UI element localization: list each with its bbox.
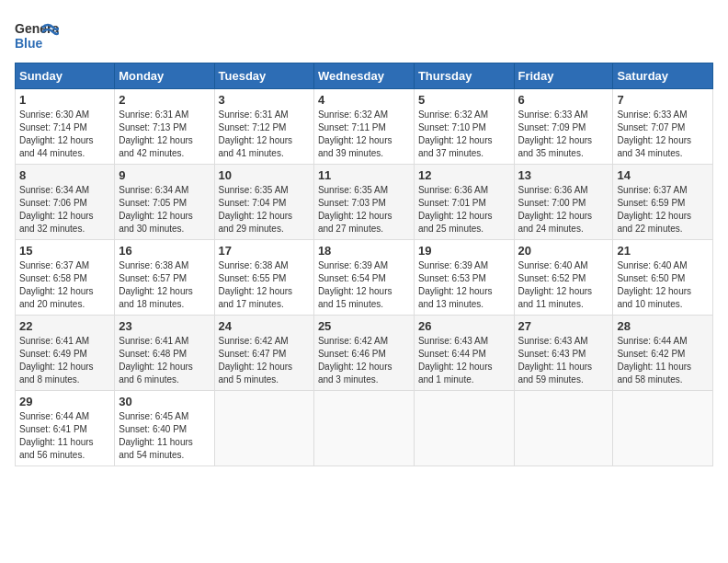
day-number: 12: [418, 168, 510, 182]
calendar-cell: 16Sunrise: 6:38 AM Sunset: 6:57 PM Dayli…: [115, 240, 214, 316]
logo-icon: General Blue: [15, 15, 59, 53]
day-number: 14: [617, 168, 709, 182]
day-info: Sunrise: 6:39 AM Sunset: 6:54 PM Dayligh…: [318, 259, 410, 311]
day-info: Sunrise: 6:38 AM Sunset: 6:57 PM Dayligh…: [119, 259, 210, 311]
day-number: 30: [119, 395, 210, 408]
day-info: Sunrise: 6:44 AM Sunset: 6:41 PM Dayligh…: [19, 410, 110, 462]
day-number: 29: [19, 395, 110, 408]
day-info: Sunrise: 6:42 AM Sunset: 6:46 PM Dayligh…: [318, 335, 410, 386]
day-info: Sunrise: 6:43 AM Sunset: 6:44 PM Dayligh…: [418, 335, 510, 386]
day-number: 18: [318, 244, 410, 258]
logo: General Blue: [15, 15, 59, 53]
day-number: 26: [418, 319, 510, 333]
day-info: Sunrise: 6:39 AM Sunset: 6:53 PM Dayligh…: [418, 259, 510, 311]
calendar-cell: 14Sunrise: 6:37 AM Sunset: 6:59 PM Dayli…: [613, 165, 713, 240]
weekday-header-row: SundayMondayTuesdayWednesdayThursdayFrid…: [16, 63, 713, 89]
day-info: Sunrise: 6:41 AM Sunset: 6:49 PM Dayligh…: [19, 335, 110, 386]
calendar-cell: 7Sunrise: 6:33 AM Sunset: 7:07 PM Daylig…: [613, 89, 713, 165]
calendar-cell: 18Sunrise: 6:39 AM Sunset: 6:54 PM Dayli…: [313, 240, 414, 316]
day-number: 25: [318, 319, 410, 333]
calendar-cell: 2Sunrise: 6:31 AM Sunset: 7:13 PM Daylig…: [115, 89, 214, 165]
calendar-week-row: 22Sunrise: 6:41 AM Sunset: 6:49 PM Dayli…: [16, 316, 713, 391]
day-info: Sunrise: 6:40 AM Sunset: 6:50 PM Dayligh…: [617, 259, 709, 311]
day-info: Sunrise: 6:36 AM Sunset: 7:01 PM Dayligh…: [418, 184, 510, 236]
calendar-body: 1Sunrise: 6:30 AM Sunset: 7:14 PM Daylig…: [16, 89, 713, 466]
day-info: Sunrise: 6:35 AM Sunset: 7:04 PM Dayligh…: [219, 184, 310, 236]
day-info: Sunrise: 6:37 AM Sunset: 6:59 PM Dayligh…: [617, 184, 709, 236]
calendar-cell: 8Sunrise: 6:34 AM Sunset: 7:06 PM Daylig…: [16, 165, 115, 240]
day-number: 8: [19, 168, 110, 182]
weekday-header-friday: Friday: [514, 63, 613, 89]
calendar-cell: 24Sunrise: 6:42 AM Sunset: 6:47 PM Dayli…: [214, 316, 313, 391]
calendar-cell: [313, 391, 414, 466]
day-number: 23: [119, 319, 210, 333]
day-info: Sunrise: 6:38 AM Sunset: 6:55 PM Dayligh…: [219, 259, 310, 311]
day-number: 15: [19, 244, 110, 258]
day-info: Sunrise: 6:31 AM Sunset: 7:12 PM Dayligh…: [219, 109, 310, 160]
day-info: Sunrise: 6:30 AM Sunset: 7:14 PM Dayligh…: [19, 109, 110, 160]
day-info: Sunrise: 6:37 AM Sunset: 6:58 PM Dayligh…: [19, 259, 110, 311]
day-number: 4: [318, 93, 410, 107]
day-info: Sunrise: 6:36 AM Sunset: 7:00 PM Dayligh…: [518, 184, 609, 236]
day-number: 27: [518, 319, 609, 333]
weekday-header-wednesday: Wednesday: [313, 63, 414, 89]
calendar-cell: 19Sunrise: 6:39 AM Sunset: 6:53 PM Dayli…: [414, 240, 514, 316]
calendar-cell: 25Sunrise: 6:42 AM Sunset: 6:46 PM Dayli…: [313, 316, 414, 391]
calendar-week-row: 8Sunrise: 6:34 AM Sunset: 7:06 PM Daylig…: [16, 165, 713, 240]
day-info: Sunrise: 6:33 AM Sunset: 7:07 PM Dayligh…: [617, 109, 709, 160]
day-number: 21: [617, 244, 709, 258]
day-number: 9: [119, 168, 210, 182]
day-number: 7: [617, 93, 709, 107]
day-info: Sunrise: 6:45 AM Sunset: 6:40 PM Dayligh…: [119, 410, 210, 462]
weekday-header-saturday: Saturday: [613, 63, 713, 89]
day-number: 3: [219, 93, 310, 107]
day-number: 13: [518, 168, 609, 182]
calendar-week-row: 1Sunrise: 6:30 AM Sunset: 7:14 PM Daylig…: [16, 89, 713, 165]
day-number: 17: [219, 244, 310, 258]
day-info: Sunrise: 6:40 AM Sunset: 6:52 PM Dayligh…: [518, 259, 609, 311]
weekday-header-tuesday: Tuesday: [214, 63, 313, 89]
calendar-week-row: 29Sunrise: 6:44 AM Sunset: 6:41 PM Dayli…: [16, 391, 713, 466]
svg-text:General: General: [15, 21, 59, 36]
calendar-week-row: 15Sunrise: 6:37 AM Sunset: 6:58 PM Dayli…: [16, 240, 713, 316]
day-number: 16: [119, 244, 210, 258]
day-info: Sunrise: 6:33 AM Sunset: 7:09 PM Dayligh…: [518, 109, 609, 160]
calendar-cell: 13Sunrise: 6:36 AM Sunset: 7:00 PM Dayli…: [514, 165, 613, 240]
calendar-cell: [613, 391, 713, 466]
calendar-cell: [214, 391, 313, 466]
calendar-cell: 23Sunrise: 6:41 AM Sunset: 6:48 PM Dayli…: [115, 316, 214, 391]
calendar-cell: 21Sunrise: 6:40 AM Sunset: 6:50 PM Dayli…: [613, 240, 713, 316]
calendar-cell: 29Sunrise: 6:44 AM Sunset: 6:41 PM Dayli…: [16, 391, 115, 466]
calendar-cell: [514, 391, 613, 466]
svg-text:Blue: Blue: [15, 36, 43, 51]
day-number: 2: [119, 93, 210, 107]
day-number: 5: [418, 93, 510, 107]
day-info: Sunrise: 6:34 AM Sunset: 7:05 PM Dayligh…: [119, 184, 210, 236]
day-info: Sunrise: 6:32 AM Sunset: 7:10 PM Dayligh…: [418, 109, 510, 160]
calendar-cell: 11Sunrise: 6:35 AM Sunset: 7:03 PM Dayli…: [313, 165, 414, 240]
calendar-cell: 5Sunrise: 6:32 AM Sunset: 7:10 PM Daylig…: [414, 89, 514, 165]
day-info: Sunrise: 6:32 AM Sunset: 7:11 PM Dayligh…: [318, 109, 410, 160]
day-number: 6: [518, 93, 609, 107]
calendar-cell: [414, 391, 514, 466]
day-number: 19: [418, 244, 510, 258]
calendar-cell: 22Sunrise: 6:41 AM Sunset: 6:49 PM Dayli…: [16, 316, 115, 391]
calendar-cell: 28Sunrise: 6:44 AM Sunset: 6:42 PM Dayli…: [613, 316, 713, 391]
calendar-table: SundayMondayTuesdayWednesdayThursdayFrid…: [15, 63, 713, 466]
day-number: 28: [617, 319, 709, 333]
weekday-header-sunday: Sunday: [16, 63, 115, 89]
day-number: 24: [219, 319, 310, 333]
calendar-header: SundayMondayTuesdayWednesdayThursdayFrid…: [16, 63, 713, 89]
day-info: Sunrise: 6:43 AM Sunset: 6:43 PM Dayligh…: [518, 335, 609, 386]
calendar-cell: 17Sunrise: 6:38 AM Sunset: 6:55 PM Dayli…: [214, 240, 313, 316]
day-info: Sunrise: 6:31 AM Sunset: 7:13 PM Dayligh…: [119, 109, 210, 160]
calendar-cell: 1Sunrise: 6:30 AM Sunset: 7:14 PM Daylig…: [16, 89, 115, 165]
calendar-cell: 10Sunrise: 6:35 AM Sunset: 7:04 PM Dayli…: [214, 165, 313, 240]
calendar-cell: 15Sunrise: 6:37 AM Sunset: 6:58 PM Dayli…: [16, 240, 115, 316]
calendar-cell: 27Sunrise: 6:43 AM Sunset: 6:43 PM Dayli…: [514, 316, 613, 391]
calendar-cell: 20Sunrise: 6:40 AM Sunset: 6:52 PM Dayli…: [514, 240, 613, 316]
day-number: 10: [219, 168, 310, 182]
day-number: 20: [518, 244, 609, 258]
calendar-cell: 6Sunrise: 6:33 AM Sunset: 7:09 PM Daylig…: [514, 89, 613, 165]
day-number: 11: [318, 168, 410, 182]
